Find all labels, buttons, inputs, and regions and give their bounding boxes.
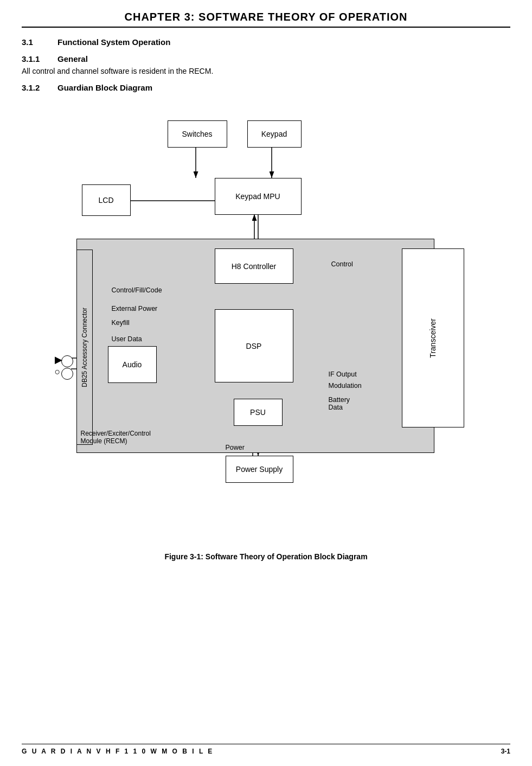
label-battery-data: Battery Data [329,396,350,411]
label-modulation: Modulation [329,382,362,390]
section-31-num: 3.1 [22,37,49,47]
page-title: CHAPTER 3: SOFTWARE THEORY OF OPERATION [22,11,510,23]
mic-symbol: ○ [55,366,61,378]
block-diagram: Switches Keypad Keypad MPU LCD H8 Contro… [22,98,510,542]
power-supply-box: Power Supply [226,456,293,483]
label-user-data: User Data [112,335,142,343]
psu-box: PSU [234,399,283,426]
label-control: Control [331,260,353,268]
transceiver-box: Transceiver [402,248,464,427]
section-31-heading: 3.1 Functional System Operation [22,37,510,47]
switches-box: Switches [168,120,227,148]
section-312-heading: 3.1.2 Guardian Block Diagram [22,83,510,92]
section-311-body: All control and channel software is resi… [22,67,510,75]
speaker-triangle: ▶ [55,354,62,366]
section-312-title: Guardian Block Diagram [57,83,152,92]
dsp-box: DSP [215,309,293,382]
page: CHAPTER 3: SOFTWARE THEORY OF OPERATION … [0,0,532,766]
section-31-title: Functional System Operation [57,37,170,47]
label-power: Power [226,444,245,451]
section-311-heading: 3.1.1 General [22,54,510,63]
figure-caption: Figure 3-1: Software Theory of Operation… [22,552,510,561]
label-recm: Receiver/Exciter/Control Module (RECM) [81,430,151,445]
label-keyfill: Keyfill [112,319,130,327]
section-311-num: 3.1.1 [22,54,49,63]
lcd-box: LCD [82,184,131,216]
section-311-title: General [57,54,88,63]
label-control-fill: Control/Fill/Code [112,286,162,294]
footer-right: 3-1 [501,748,510,755]
speaker-icon [61,355,73,367]
label-if-output: IF Output [329,371,357,378]
footer-left: G U A R D I A N V H F 1 1 0 W M O B I L … [22,748,214,755]
section-312-num: 3.1.2 [22,83,49,92]
h8-box: H8 Controller [215,248,293,284]
label-external-power: External Power [112,305,158,312]
page-header: CHAPTER 3: SOFTWARE THEORY OF OPERATION [22,11,510,28]
page-footer: G U A R D I A N V H F 1 1 0 W M O B I L … [22,744,510,755]
keypad-mpu-box: Keypad MPU [215,178,302,215]
keypad-box: Keypad [247,120,302,148]
audio-box: Audio [108,346,157,383]
mic-icon [61,368,73,380]
db25-box: DB25 Accessory Connector [76,250,93,445]
